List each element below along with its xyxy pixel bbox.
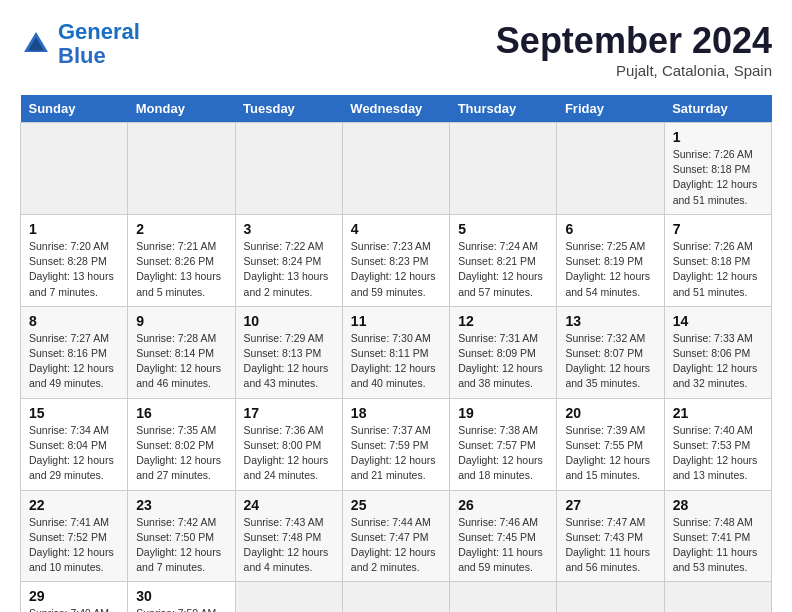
calendar-cell: 25Sunrise: 7:44 AMSunset: 7:47 PMDayligh… (342, 490, 449, 582)
day-info: Sunrise: 7:46 AMSunset: 7:45 PMDaylight:… (458, 515, 548, 576)
day-number: 1 (673, 129, 763, 145)
calendar-cell: 10Sunrise: 7:29 AMSunset: 8:13 PMDayligh… (235, 306, 342, 398)
day-number: 3 (244, 221, 334, 237)
day-number: 11 (351, 313, 441, 329)
calendar-cell (235, 582, 342, 612)
calendar-cell: 11Sunrise: 7:30 AMSunset: 8:11 PMDayligh… (342, 306, 449, 398)
day-number: 26 (458, 497, 548, 513)
day-info: Sunrise: 7:32 AMSunset: 8:07 PMDaylight:… (565, 331, 655, 392)
day-number: 7 (673, 221, 763, 237)
calendar-cell: 29Sunrise: 7:49 AMSunset: 7:40 PMDayligh… (21, 582, 128, 612)
day-info: Sunrise: 7:26 AMSunset: 8:18 PMDaylight:… (673, 147, 763, 208)
calendar-cell (450, 582, 557, 612)
calendar-table: SundayMondayTuesdayWednesdayThursdayFrid… (20, 95, 772, 612)
calendar-cell (21, 123, 128, 215)
calendar-cell: 5Sunrise: 7:24 AMSunset: 8:21 PMDaylight… (450, 214, 557, 306)
day-number: 22 (29, 497, 119, 513)
day-number: 13 (565, 313, 655, 329)
calendar-week-3: 15Sunrise: 7:34 AMSunset: 8:04 PMDayligh… (21, 398, 772, 490)
calendar-cell: 4Sunrise: 7:23 AMSunset: 8:23 PMDaylight… (342, 214, 449, 306)
day-number: 30 (136, 588, 226, 604)
page-header: General Blue September 2024 Pujalt, Cata… (20, 20, 772, 79)
day-info: Sunrise: 7:22 AMSunset: 8:24 PMDaylight:… (244, 239, 334, 300)
logo-text: General Blue (58, 20, 140, 68)
calendar-cell (557, 123, 664, 215)
logo: General Blue (20, 20, 140, 68)
day-info: Sunrise: 7:33 AMSunset: 8:06 PMDaylight:… (673, 331, 763, 392)
day-number: 29 (29, 588, 119, 604)
calendar-cell: 1Sunrise: 7:20 AMSunset: 8:28 PMDaylight… (21, 214, 128, 306)
day-info: Sunrise: 7:50 AMSunset: 7:38 PMDaylight:… (136, 606, 226, 612)
calendar-cell: 21Sunrise: 7:40 AMSunset: 7:53 PMDayligh… (664, 398, 771, 490)
calendar-cell: 16Sunrise: 7:35 AMSunset: 8:02 PMDayligh… (128, 398, 235, 490)
calendar-week-1: 1Sunrise: 7:20 AMSunset: 8:28 PMDaylight… (21, 214, 772, 306)
day-number: 1 (29, 221, 119, 237)
day-info: Sunrise: 7:39 AMSunset: 7:55 PMDaylight:… (565, 423, 655, 484)
day-number: 28 (673, 497, 763, 513)
day-number: 16 (136, 405, 226, 421)
day-number: 23 (136, 497, 226, 513)
calendar-cell (128, 123, 235, 215)
day-number: 15 (29, 405, 119, 421)
day-info: Sunrise: 7:24 AMSunset: 8:21 PMDaylight:… (458, 239, 548, 300)
day-info: Sunrise: 7:43 AMSunset: 7:48 PMDaylight:… (244, 515, 334, 576)
day-info: Sunrise: 7:30 AMSunset: 8:11 PMDaylight:… (351, 331, 441, 392)
day-number: 6 (565, 221, 655, 237)
day-number: 8 (29, 313, 119, 329)
calendar-cell: 1Sunrise: 7:26 AMSunset: 8:18 PMDaylight… (664, 123, 771, 215)
calendar-week-4: 22Sunrise: 7:41 AMSunset: 7:52 PMDayligh… (21, 490, 772, 582)
calendar-cell: 30Sunrise: 7:50 AMSunset: 7:38 PMDayligh… (128, 582, 235, 612)
day-number: 18 (351, 405, 441, 421)
calendar-cell: 13Sunrise: 7:32 AMSunset: 8:07 PMDayligh… (557, 306, 664, 398)
day-number: 25 (351, 497, 441, 513)
day-info: Sunrise: 7:27 AMSunset: 8:16 PMDaylight:… (29, 331, 119, 392)
calendar-cell: 24Sunrise: 7:43 AMSunset: 7:48 PMDayligh… (235, 490, 342, 582)
day-number: 17 (244, 405, 334, 421)
day-info: Sunrise: 7:26 AMSunset: 8:18 PMDaylight:… (673, 239, 763, 300)
calendar-cell: 7Sunrise: 7:26 AMSunset: 8:18 PMDaylight… (664, 214, 771, 306)
calendar-cell: 8Sunrise: 7:27 AMSunset: 8:16 PMDaylight… (21, 306, 128, 398)
calendar-cell (235, 123, 342, 215)
day-number: 4 (351, 221, 441, 237)
calendar-cell: 2Sunrise: 7:21 AMSunset: 8:26 PMDaylight… (128, 214, 235, 306)
day-info: Sunrise: 7:28 AMSunset: 8:14 PMDaylight:… (136, 331, 226, 392)
calendar-cell: 3Sunrise: 7:22 AMSunset: 8:24 PMDaylight… (235, 214, 342, 306)
day-info: Sunrise: 7:36 AMSunset: 8:00 PMDaylight:… (244, 423, 334, 484)
day-number: 10 (244, 313, 334, 329)
day-header-sunday: Sunday (21, 95, 128, 123)
day-info: Sunrise: 7:31 AMSunset: 8:09 PMDaylight:… (458, 331, 548, 392)
calendar-body: 1Sunrise: 7:26 AMSunset: 8:18 PMDaylight… (21, 123, 772, 613)
title-block: September 2024 Pujalt, Catalonia, Spain (496, 20, 772, 79)
calendar-cell: 9Sunrise: 7:28 AMSunset: 8:14 PMDaylight… (128, 306, 235, 398)
calendar-cell (664, 582, 771, 612)
day-info: Sunrise: 7:42 AMSunset: 7:50 PMDaylight:… (136, 515, 226, 576)
day-info: Sunrise: 7:35 AMSunset: 8:02 PMDaylight:… (136, 423, 226, 484)
calendar-cell: 6Sunrise: 7:25 AMSunset: 8:19 PMDaylight… (557, 214, 664, 306)
calendar-cell: 14Sunrise: 7:33 AMSunset: 8:06 PMDayligh… (664, 306, 771, 398)
calendar-week-0: 1Sunrise: 7:26 AMSunset: 8:18 PMDaylight… (21, 123, 772, 215)
logo-blue: Blue (58, 44, 140, 68)
day-info: Sunrise: 7:20 AMSunset: 8:28 PMDaylight:… (29, 239, 119, 300)
day-info: Sunrise: 7:44 AMSunset: 7:47 PMDaylight:… (351, 515, 441, 576)
calendar-cell: 19Sunrise: 7:38 AMSunset: 7:57 PMDayligh… (450, 398, 557, 490)
calendar-cell: 23Sunrise: 7:42 AMSunset: 7:50 PMDayligh… (128, 490, 235, 582)
logo-icon (20, 28, 52, 60)
day-number: 14 (673, 313, 763, 329)
calendar-cell (342, 123, 449, 215)
calendar-cell: 28Sunrise: 7:48 AMSunset: 7:41 PMDayligh… (664, 490, 771, 582)
day-info: Sunrise: 7:29 AMSunset: 8:13 PMDaylight:… (244, 331, 334, 392)
day-info: Sunrise: 7:25 AMSunset: 8:19 PMDaylight:… (565, 239, 655, 300)
calendar-cell: 12Sunrise: 7:31 AMSunset: 8:09 PMDayligh… (450, 306, 557, 398)
day-number: 21 (673, 405, 763, 421)
calendar-cell: 17Sunrise: 7:36 AMSunset: 8:00 PMDayligh… (235, 398, 342, 490)
day-info: Sunrise: 7:21 AMSunset: 8:26 PMDaylight:… (136, 239, 226, 300)
calendar-cell: 20Sunrise: 7:39 AMSunset: 7:55 PMDayligh… (557, 398, 664, 490)
day-header-tuesday: Tuesday (235, 95, 342, 123)
day-number: 2 (136, 221, 226, 237)
day-info: Sunrise: 7:49 AMSunset: 7:40 PMDaylight:… (29, 606, 119, 612)
day-info: Sunrise: 7:37 AMSunset: 7:59 PMDaylight:… (351, 423, 441, 484)
calendar-week-5: 29Sunrise: 7:49 AMSunset: 7:40 PMDayligh… (21, 582, 772, 612)
month-title: September 2024 (496, 20, 772, 62)
calendar-cell (450, 123, 557, 215)
day-number: 12 (458, 313, 548, 329)
